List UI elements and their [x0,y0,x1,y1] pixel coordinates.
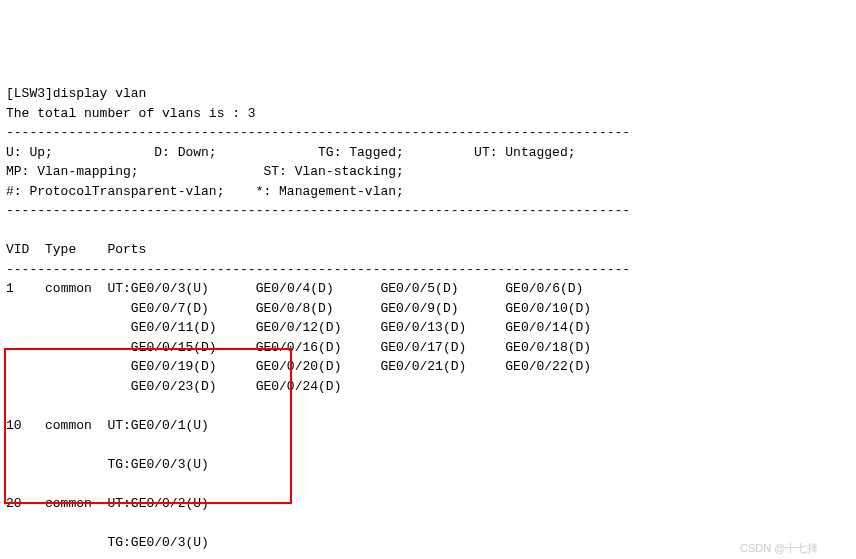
vlan1-ports-row1: UT:GE0/0/3(U) GE0/0/4(D) GE0/0/5(D) GE0/… [107,281,583,296]
vlan1-type: common [45,281,92,296]
divider: ----------------------------------------… [6,125,630,140]
legend-row-1: U: Up; D: Down; TG: Tagged; UT: Untagged… [6,145,576,160]
vlan1-ports-row2: GE0/0/7(D) GE0/0/8(D) GE0/0/9(D) GE0/0/1… [107,301,591,316]
vlan20-ut: UT:GE0/0/2(U) [107,496,208,511]
vlan10-ut: UT:GE0/0/1(U) [107,418,208,433]
vlan10-vid: 10 [6,418,22,433]
divider: ----------------------------------------… [6,203,630,218]
vlan1-ports-row3: GE0/0/11(D) GE0/0/12(D) GE0/0/13(D) GE0/… [107,320,591,335]
watermark: CSDN @十七择 [740,540,818,557]
vlan20-type: common [45,496,92,511]
vlan20-vid: 20 [6,496,22,511]
vlan1-ports-row5: GE0/0/19(D) GE0/0/20(D) GE0/0/21(D) GE0/… [107,359,591,374]
columns-header: VID Type Ports [6,242,146,257]
vlan1-ports-row4: GE0/0/15(D) GE0/0/16(D) GE0/0/17(D) GE0/… [107,340,591,355]
total-vlans-line: The total number of vlans is : 3 [6,106,256,121]
divider: ----------------------------------------… [6,262,630,277]
vlan10-tg: TG:GE0/0/3(U) [107,457,208,472]
vlan1-ports-row6: GE0/0/23(D) GE0/0/24(D) [107,379,341,394]
vlan1-vid: 1 [6,281,14,296]
legend-row-2: MP: Vlan-mapping; ST: Vlan-stacking; [6,164,404,179]
legend-row-3: #: ProtocolTransparent-vlan; *: Manageme… [6,184,404,199]
vlan20-tg: TG:GE0/0/3(U) [107,535,208,550]
cli-prompt: [LSW3]display vlan [6,86,146,101]
vlan10-type: common [45,418,92,433]
